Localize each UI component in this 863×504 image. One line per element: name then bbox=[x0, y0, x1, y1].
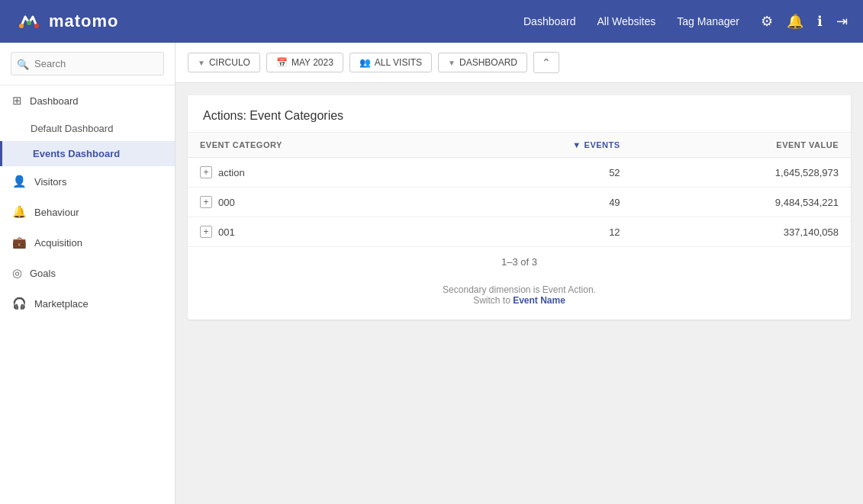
search-input[interactable] bbox=[11, 52, 164, 75]
event-categories-table-area: Actions: Event Categories EVENT CATEGORY… bbox=[188, 95, 851, 319]
category-value-1: 000 bbox=[218, 197, 235, 208]
cell-events-2: 12 bbox=[453, 217, 633, 247]
cell-category-0: + action bbox=[188, 158, 453, 188]
sidebar-label-events-dashboard: Events Dashboard bbox=[33, 148, 120, 159]
category-value-2: 001 bbox=[218, 226, 235, 238]
sidebar-label-marketplace: Marketplace bbox=[34, 298, 89, 310]
table-body: + action 52 1,645,528,973 + 000 bbox=[188, 158, 851, 247]
search-wrap: 🔍 bbox=[11, 52, 164, 75]
sort-arrow-icon: ▼ bbox=[572, 140, 581, 149]
view-filter-button[interactable]: ▼ DASHBOARD bbox=[438, 53, 527, 72]
top-navigation: matomo Dashboard All Websites Tag Manage… bbox=[0, 0, 863, 43]
filter-bar: ▼ CIRCULO 📅 MAY 2023 👥 ALL VISITS ▼ DASH… bbox=[175, 43, 863, 83]
table-row: + 000 49 9,484,534,221 bbox=[188, 188, 851, 217]
sidebar: 🔍 ⊞ Dashboard Default Dashboard Events D… bbox=[0, 43, 175, 504]
acquisition-icon: 💼 bbox=[12, 236, 27, 249]
help-button[interactable]: ℹ bbox=[817, 13, 823, 30]
col-header-events[interactable]: ▼EVENTS bbox=[453, 133, 633, 158]
view-filter-label: DASHBOARD bbox=[459, 57, 517, 68]
main-layout: 🔍 ⊞ Dashboard Default Dashboard Events D… bbox=[0, 43, 863, 504]
search-icon: 🔍 bbox=[17, 58, 29, 69]
top-nav-links: Dashboard All Websites Tag Manager ⚙ 🔔 ℹ… bbox=[523, 13, 848, 30]
cell-category-2: + 001 bbox=[188, 217, 453, 247]
row-label-1: + 000 bbox=[200, 196, 441, 208]
sidebar-item-acquisition[interactable]: 💼 Acquisition bbox=[0, 227, 175, 258]
matomo-logo-icon bbox=[15, 8, 43, 35]
site-filter-arrow: ▼ bbox=[198, 59, 205, 67]
sidebar-item-dashboard[interactable]: ⊞ Dashboard bbox=[0, 85, 175, 116]
top-nav-icons: ⚙ 🔔 ℹ ⇥ bbox=[761, 13, 848, 30]
segment-filter-button[interactable]: 👥 ALL VISITS bbox=[349, 53, 432, 72]
svg-point-2 bbox=[34, 24, 39, 28]
secondary-dim-prefix: Switch to bbox=[473, 295, 510, 306]
sidebar-item-events-dashboard[interactable]: Events Dashboard bbox=[0, 141, 175, 166]
nav-all-websites[interactable]: All Websites bbox=[597, 15, 656, 27]
col-header-event-category: EVENT CATEGORY bbox=[188, 133, 453, 158]
row-label-2: + 001 bbox=[200, 226, 441, 238]
main-content: ▼ CIRCULO 📅 MAY 2023 👥 ALL VISITS ▼ DASH… bbox=[175, 43, 863, 504]
behaviour-icon: 🔔 bbox=[12, 205, 27, 219]
settings-button[interactable]: ⚙ bbox=[761, 13, 773, 30]
event-categories-table: EVENT CATEGORY ▼EVENTS EVENT VALUE + act… bbox=[188, 133, 851, 246]
expand-icon-1[interactable]: + bbox=[200, 196, 212, 208]
cell-events-0: 52 bbox=[453, 158, 633, 188]
goals-icon: ◎ bbox=[12, 266, 22, 280]
segment-icon: 👥 bbox=[359, 57, 371, 68]
svg-point-1 bbox=[19, 24, 24, 28]
table-title: Actions: Event Categories bbox=[188, 95, 851, 133]
secondary-dimension-info: Secondary dimension is Event Action. Swi… bbox=[188, 277, 851, 319]
sidebar-label-goals: Goals bbox=[30, 268, 56, 279]
nav-tag-manager[interactable]: Tag Manager bbox=[677, 15, 739, 27]
table-row: + action 52 1,645,528,973 bbox=[188, 158, 851, 188]
marketplace-icon: 🎧 bbox=[12, 297, 27, 310]
secondary-dim-text: Secondary dimension is Event Action. bbox=[443, 284, 596, 295]
visitors-icon: 👤 bbox=[12, 175, 27, 188]
calendar-icon: 📅 bbox=[276, 57, 288, 68]
sidebar-label-dashboard: Dashboard bbox=[30, 95, 79, 107]
secondary-dim-link[interactable]: Event Name bbox=[513, 295, 565, 306]
sidebar-section-dashboard: ⊞ Dashboard Default Dashboard Events Das… bbox=[0, 85, 175, 166]
brand-name: matomo bbox=[49, 11, 119, 31]
sidebar-item-default-dashboard[interactable]: Default Dashboard bbox=[0, 116, 175, 141]
view-filter-arrow: ▼ bbox=[448, 59, 456, 67]
site-filter-button[interactable]: ▼ CIRCULO bbox=[188, 53, 260, 72]
table-row: + 001 12 337,140,058 bbox=[188, 217, 851, 247]
expand-icon-2[interactable]: + bbox=[200, 226, 212, 238]
svg-point-3 bbox=[27, 21, 31, 25]
cell-category-1: + 000 bbox=[188, 188, 453, 217]
cell-event-value-1: 9,484,534,221 bbox=[633, 188, 851, 217]
sidebar-item-visitors[interactable]: 👤 Visitors bbox=[0, 166, 175, 197]
sidebar-item-behaviour[interactable]: 🔔 Behaviour bbox=[0, 197, 175, 227]
expand-icon-0[interactable]: + bbox=[200, 166, 212, 178]
category-value-0: action bbox=[218, 167, 245, 178]
brand-area: matomo bbox=[15, 8, 119, 35]
row-label-0: + action bbox=[200, 166, 441, 178]
segment-filter-label: ALL VISITS bbox=[375, 57, 422, 68]
table-header: EVENT CATEGORY ▼EVENTS EVENT VALUE bbox=[188, 133, 851, 158]
date-filter-button[interactable]: 📅 MAY 2023 bbox=[266, 53, 343, 72]
cell-event-value-2: 337,140,058 bbox=[633, 217, 851, 247]
cell-events-1: 49 bbox=[453, 188, 633, 217]
col-header-event-value: EVENT VALUE bbox=[633, 133, 851, 158]
pagination: 1–3 of 3 bbox=[188, 246, 851, 277]
logout-button[interactable]: ⇥ bbox=[836, 13, 848, 30]
sidebar-label-behaviour: Behaviour bbox=[34, 207, 79, 218]
sidebar-sub-dashboard: Default Dashboard Events Dashboard bbox=[0, 116, 175, 166]
sidebar-item-marketplace[interactable]: 🎧 Marketplace bbox=[0, 288, 175, 319]
sidebar-label-visitors: Visitors bbox=[34, 176, 66, 188]
sidebar-label-acquisition: Acquisition bbox=[34, 237, 82, 249]
nav-dashboard[interactable]: Dashboard bbox=[523, 15, 576, 27]
date-filter-label: MAY 2023 bbox=[291, 57, 333, 68]
sidebar-search-area: 🔍 bbox=[0, 43, 175, 85]
grid-icon: ⊞ bbox=[12, 94, 22, 108]
site-filter-label: CIRCULO bbox=[209, 57, 250, 68]
sidebar-label-default-dashboard: Default Dashboard bbox=[31, 123, 113, 134]
sidebar-item-goals[interactable]: ◎ Goals bbox=[0, 258, 175, 288]
cell-event-value-0: 1,645,528,973 bbox=[633, 158, 851, 188]
notifications-button[interactable]: 🔔 bbox=[787, 13, 803, 30]
collapse-button[interactable]: ⌃ bbox=[533, 52, 559, 73]
